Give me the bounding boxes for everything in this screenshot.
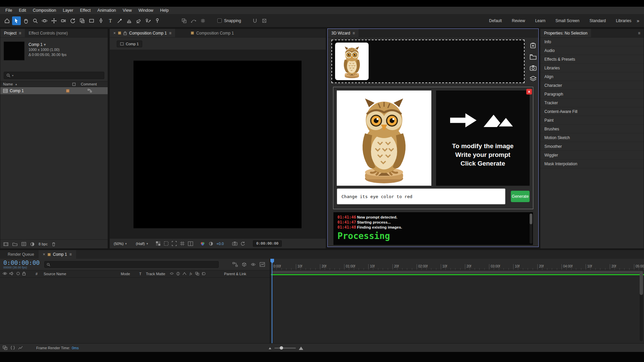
panel-menu-icon[interactable]: ≡: [353, 31, 355, 36]
properties-panel-item[interactable]: Tracker: [540, 99, 644, 107]
switch-collapse-icon[interactable]: [176, 272, 180, 276]
exposure-value[interactable]: +0.0: [216, 242, 224, 246]
home-icon[interactable]: [3, 16, 11, 25]
close-tab-icon[interactable]: ×: [43, 252, 45, 257]
new-composition-icon[interactable]: [21, 242, 26, 246]
delete-image-icon[interactable]: [530, 42, 536, 49]
transparency-grid-icon[interactable]: [156, 241, 161, 246]
project-search-input[interactable]: ▾: [4, 72, 104, 79]
timeline-scrollbar[interactable]: [640, 272, 643, 341]
switch-motion-blur-icon[interactable]: [201, 272, 206, 276]
generated-image-preview[interactable]: [337, 90, 431, 186]
search-options-icon[interactable]: ▾: [12, 74, 13, 77]
lock-icon[interactable]: [123, 31, 127, 35]
column-t[interactable]: T: [139, 272, 142, 276]
timeline-search-input[interactable]: [44, 261, 219, 268]
time-ruler[interactable]: 0:00f10f20f01:00f10f20f02:00f10f20f03:00…: [271, 259, 644, 270]
selection-tool-icon[interactable]: [12, 16, 21, 25]
menu-item[interactable]: Layer: [59, 7, 76, 14]
close-tab-icon[interactable]: ×: [113, 31, 116, 36]
tab-properties[interactable]: Properties: No Selection: [540, 29, 591, 37]
properties-panel-item[interactable]: Effects & Presets: [540, 55, 644, 64]
tab-3d-wizard[interactable]: 3D Wizard ≡: [328, 29, 359, 37]
properties-panel-item[interactable]: Content-Aware Fill: [540, 107, 644, 116]
motion-path-icon[interactable]: [189, 16, 198, 25]
orbit-camera-tool-icon[interactable]: [40, 16, 49, 25]
show-snapshot-icon[interactable]: [240, 241, 245, 246]
draft-3d-icon[interactable]: [241, 262, 247, 267]
menu-item[interactable]: Help: [157, 7, 172, 14]
menu-item[interactable]: Effect: [76, 7, 94, 14]
workspace-button[interactable]: Default: [489, 18, 502, 23]
tab-composition-inactive[interactable]: Composition Comp 1: [187, 29, 237, 37]
new-folder-icon[interactable]: [12, 242, 17, 246]
clone-stamp-tool-icon[interactable]: [125, 16, 133, 25]
workspace-overflow-icon[interactable]: »: [637, 18, 644, 23]
adjustment-icon[interactable]: [30, 242, 35, 246]
column-comment[interactable]: Comment: [81, 82, 105, 86]
shy-layers-icon[interactable]: [251, 262, 256, 267]
roto-brush-tool-icon[interactable]: [144, 16, 152, 25]
dolly-camera-tool-icon[interactable]: [59, 16, 68, 25]
snapping-checkbox[interactable]: [217, 18, 222, 23]
switch-frame-blend-icon[interactable]: [195, 272, 200, 276]
resolution-dropdown[interactable]: (Half)▾: [136, 242, 148, 246]
column-name[interactable]: Name▲: [3, 82, 72, 86]
zoom-in-mountain-icon[interactable]: [299, 346, 304, 350]
label-color-chip[interactable]: [66, 89, 69, 93]
folder-icon[interactable]: [530, 54, 537, 60]
grid-icon[interactable]: [199, 16, 207, 25]
column-hash[interactable]: #: [36, 272, 38, 276]
type-tool-icon[interactable]: T: [106, 16, 115, 25]
lock-icon[interactable]: [22, 272, 26, 276]
switch-shy-icon[interactable]: [169, 272, 174, 276]
workspace-button[interactable]: Small Screen: [555, 18, 579, 23]
layers-icon[interactable]: [530, 76, 537, 82]
snapshot-camera-icon[interactable]: [232, 241, 237, 246]
pan-behind-tool-icon[interactable]: [78, 16, 87, 25]
column-parent-link[interactable]: Parent & Link: [224, 272, 246, 276]
eraser-tool-icon[interactable]: [134, 16, 143, 25]
properties-panel-item[interactable]: Motion Sketch: [540, 133, 644, 142]
switch-quality-icon[interactable]: [182, 272, 187, 276]
column-label-chip-icon[interactable]: [72, 82, 81, 86]
tab-timeline-comp1[interactable]: × Comp 1 ≡: [39, 250, 76, 259]
performance-icon[interactable]: [18, 346, 23, 350]
prompt-input[interactable]: [337, 188, 505, 204]
column-source-name[interactable]: Source Name: [44, 272, 66, 276]
shape-tool-icon[interactable]: [87, 16, 96, 25]
region-of-interest-icon[interactable]: [172, 241, 177, 246]
comp-navigator-button[interactable]: Comp 1: [117, 41, 142, 47]
properties-panel-item[interactable]: Brushes: [540, 125, 644, 133]
mask-toggle-icon[interactable]: [164, 241, 169, 246]
column-mode[interactable]: Mode: [121, 272, 130, 276]
guides-grid-icon[interactable]: [180, 241, 185, 246]
snap-features-icon[interactable]: [251, 16, 259, 25]
snap-edges-icon[interactable]: [260, 16, 269, 25]
bit-depth-button[interactable]: 8 bpc: [39, 242, 48, 246]
video-eye-icon[interactable]: [2, 272, 7, 276]
tab-project[interactable]: Project ≡: [0, 29, 25, 37]
zoom-out-mountain-icon[interactable]: [268, 347, 272, 350]
workspace-button[interactable]: Libraries: [616, 18, 631, 23]
puppet-pin-tool-icon[interactable]: [153, 16, 162, 25]
expressions-icon[interactable]: [10, 346, 15, 350]
menu-item[interactable]: View: [119, 7, 135, 14]
menu-item[interactable]: Window: [135, 7, 157, 14]
menu-item[interactable]: Edit: [15, 7, 30, 14]
tab-composition-active[interactable]: × Composition Comp 1 ≡: [110, 29, 175, 37]
rotation-tool-icon[interactable]: [68, 16, 77, 25]
playhead[interactable]: [272, 259, 272, 343]
zoom-slider-handle[interactable]: [280, 346, 283, 350]
view-layout-icon[interactable]: [188, 241, 193, 246]
panel-menu-icon[interactable]: ≡: [169, 31, 171, 36]
composition-canvas[interactable]: [133, 61, 302, 228]
properties-panel-item[interactable]: Libraries: [540, 64, 644, 72]
workspace-button[interactable]: Standard: [589, 18, 606, 23]
switch-effects-icon[interactable]: fx: [189, 272, 193, 276]
pan-camera-tool-icon[interactable]: [50, 16, 58, 25]
interpret-footage-icon[interactable]: [3, 242, 8, 246]
brush-tool-icon[interactable]: [115, 16, 124, 25]
camera-icon[interactable]: [530, 65, 537, 71]
composition-toggle-icon[interactable]: [3, 346, 7, 350]
